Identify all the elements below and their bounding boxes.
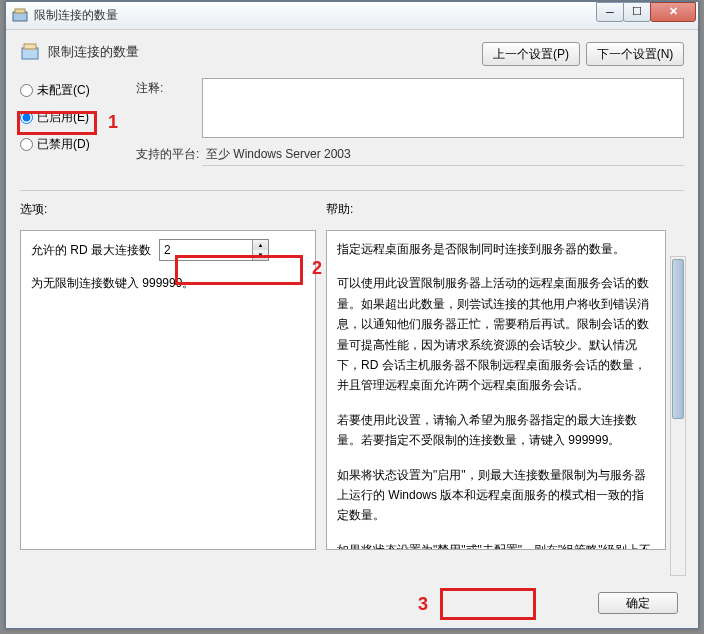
footer-buttons: 确定 xyxy=(598,592,678,614)
options-label: 选项: xyxy=(20,201,326,218)
scrollbar-thumb[interactable] xyxy=(672,259,684,419)
max-connections-input[interactable] xyxy=(160,240,252,260)
help-paragraph: 如果将状态设置为"禁用"或"未配置"，则在"组策略"级别上不强制限制连接的数量。 xyxy=(337,540,655,550)
radio-not-configured-input[interactable] xyxy=(20,84,33,97)
spinner-down-button[interactable]: ▼ xyxy=(253,250,268,260)
help-paragraph: 如果将状态设置为"启用"，则最大连接数量限制为与服务器上运行的 Windows … xyxy=(337,465,655,526)
policy-title: 限制连接的数量 xyxy=(48,43,139,61)
previous-setting-button[interactable]: 上一个设置(P) xyxy=(482,42,580,66)
ok-button[interactable]: 确定 xyxy=(598,592,678,614)
window-title: 限制连接的数量 xyxy=(34,7,597,24)
close-button[interactable]: ✕ xyxy=(650,2,696,22)
max-connections-spinner[interactable]: ▲ ▼ xyxy=(159,239,269,261)
maximize-button[interactable]: ☐ xyxy=(623,2,651,22)
max-connections-label: 允许的 RD 最大连接数 xyxy=(31,240,151,260)
help-panel: 指定远程桌面服务是否限制同时连接到服务器的数量。 可以使用此设置限制服务器上活动… xyxy=(326,230,666,550)
radio-enabled-input[interactable] xyxy=(20,111,33,124)
title-bar: 限制连接的数量 ─ ☐ ✕ xyxy=(6,2,698,30)
vertical-scrollbar[interactable] xyxy=(670,256,686,576)
spinner-up-button[interactable]: ▲ xyxy=(253,240,268,250)
platform-label: 支持的平台: xyxy=(136,144,202,166)
comment-label: 注释: xyxy=(136,78,202,138)
minimize-button[interactable]: ─ xyxy=(596,2,624,22)
policy-icon xyxy=(20,42,40,62)
radio-disabled-label: 已禁用(D) xyxy=(37,136,90,153)
state-radio-group: 未配置(C) 已启用(E) 已禁用(D) xyxy=(20,82,126,153)
next-setting-button[interactable]: 下一个设置(N) xyxy=(586,42,684,66)
radio-not-configured-label: 未配置(C) xyxy=(37,82,90,99)
unlimited-note: 为无限制连接数键入 999999。 xyxy=(31,273,305,293)
options-panel: 允许的 RD 最大连接数 ▲ ▼ 为无限制连接数键入 999999。 xyxy=(20,230,316,550)
radio-enabled-label: 已启用(E) xyxy=(37,109,89,126)
help-label: 帮助: xyxy=(326,201,353,218)
app-icon xyxy=(12,8,28,24)
help-paragraph: 可以使用此设置限制服务器上活动的远程桌面服务会话的数量。如果超出此数量，则尝试连… xyxy=(337,273,655,395)
comment-input[interactable] xyxy=(202,78,684,138)
policy-editor-window: 限制连接的数量 ─ ☐ ✕ 限制连接的数量 上一个设置(P) 下一个设置(N) xyxy=(5,1,699,629)
platform-value: 至少 Windows Server 2003 xyxy=(202,144,684,166)
window-controls: ─ ☐ ✕ xyxy=(597,2,696,22)
radio-enabled[interactable]: 已启用(E) xyxy=(20,109,126,126)
separator xyxy=(20,190,684,191)
radio-disabled[interactable]: 已禁用(D) xyxy=(20,136,126,153)
svg-rect-2 xyxy=(22,48,38,59)
radio-disabled-input[interactable] xyxy=(20,138,33,151)
help-paragraph: 若要使用此设置，请输入希望为服务器指定的最大连接数量。若要指定不受限制的连接数量… xyxy=(337,410,655,451)
radio-not-configured[interactable]: 未配置(C) xyxy=(20,82,126,99)
help-paragraph: 指定远程桌面服务是否限制同时连接到服务器的数量。 xyxy=(337,239,655,259)
svg-rect-3 xyxy=(24,44,36,49)
svg-rect-1 xyxy=(15,9,25,13)
